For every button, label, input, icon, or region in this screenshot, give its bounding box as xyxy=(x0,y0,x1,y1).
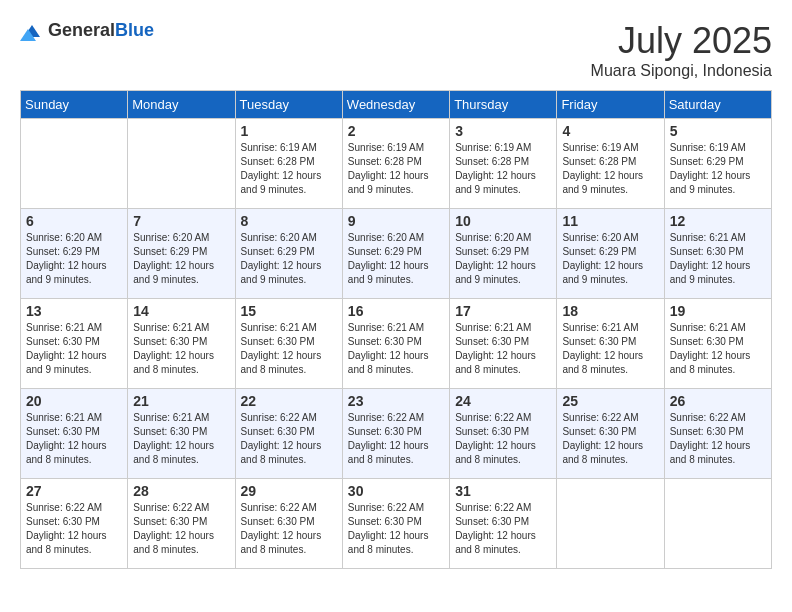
day-number: 4 xyxy=(562,123,658,139)
day-info: Sunrise: 6:21 AM Sunset: 6:30 PM Dayligh… xyxy=(241,321,337,377)
day-cell: 22Sunrise: 6:22 AM Sunset: 6:30 PM Dayli… xyxy=(235,389,342,479)
day-info: Sunrise: 6:19 AM Sunset: 6:28 PM Dayligh… xyxy=(241,141,337,197)
col-header-tuesday: Tuesday xyxy=(235,91,342,119)
day-cell: 6Sunrise: 6:20 AM Sunset: 6:29 PM Daylig… xyxy=(21,209,128,299)
day-info: Sunrise: 6:20 AM Sunset: 6:29 PM Dayligh… xyxy=(455,231,551,287)
day-number: 18 xyxy=(562,303,658,319)
day-number: 10 xyxy=(455,213,551,229)
col-header-monday: Monday xyxy=(128,91,235,119)
day-info: Sunrise: 6:22 AM Sunset: 6:30 PM Dayligh… xyxy=(133,501,229,557)
day-number: 16 xyxy=(348,303,444,319)
day-cell: 24Sunrise: 6:22 AM Sunset: 6:30 PM Dayli… xyxy=(450,389,557,479)
day-number: 29 xyxy=(241,483,337,499)
logo: GeneralBlue xyxy=(20,20,154,41)
day-number: 5 xyxy=(670,123,766,139)
day-number: 15 xyxy=(241,303,337,319)
day-cell: 19Sunrise: 6:21 AM Sunset: 6:30 PM Dayli… xyxy=(664,299,771,389)
day-info: Sunrise: 6:22 AM Sunset: 6:30 PM Dayligh… xyxy=(670,411,766,467)
calendar-table: SundayMondayTuesdayWednesdayThursdayFrid… xyxy=(20,90,772,569)
day-number: 8 xyxy=(241,213,337,229)
day-info: Sunrise: 6:20 AM Sunset: 6:29 PM Dayligh… xyxy=(241,231,337,287)
week-row-2: 6Sunrise: 6:20 AM Sunset: 6:29 PM Daylig… xyxy=(21,209,772,299)
day-cell: 16Sunrise: 6:21 AM Sunset: 6:30 PM Dayli… xyxy=(342,299,449,389)
page-header: GeneralBlue July 2025 Muara Sipongi, Ind… xyxy=(20,20,772,80)
day-cell: 1Sunrise: 6:19 AM Sunset: 6:28 PM Daylig… xyxy=(235,119,342,209)
day-info: Sunrise: 6:20 AM Sunset: 6:29 PM Dayligh… xyxy=(26,231,122,287)
day-cell: 30Sunrise: 6:22 AM Sunset: 6:30 PM Dayli… xyxy=(342,479,449,569)
day-number: 22 xyxy=(241,393,337,409)
day-number: 6 xyxy=(26,213,122,229)
day-cell: 13Sunrise: 6:21 AM Sunset: 6:30 PM Dayli… xyxy=(21,299,128,389)
day-info: Sunrise: 6:19 AM Sunset: 6:29 PM Dayligh… xyxy=(670,141,766,197)
logo-general: General xyxy=(48,20,115,40)
day-cell: 26Sunrise: 6:22 AM Sunset: 6:30 PM Dayli… xyxy=(664,389,771,479)
day-info: Sunrise: 6:22 AM Sunset: 6:30 PM Dayligh… xyxy=(26,501,122,557)
day-info: Sunrise: 6:21 AM Sunset: 6:30 PM Dayligh… xyxy=(670,231,766,287)
location: Muara Sipongi, Indonesia xyxy=(591,62,772,80)
day-number: 1 xyxy=(241,123,337,139)
day-number: 9 xyxy=(348,213,444,229)
day-cell: 31Sunrise: 6:22 AM Sunset: 6:30 PM Dayli… xyxy=(450,479,557,569)
day-cell: 17Sunrise: 6:21 AM Sunset: 6:30 PM Dayli… xyxy=(450,299,557,389)
day-number: 31 xyxy=(455,483,551,499)
day-info: Sunrise: 6:20 AM Sunset: 6:29 PM Dayligh… xyxy=(562,231,658,287)
day-info: Sunrise: 6:21 AM Sunset: 6:30 PM Dayligh… xyxy=(26,411,122,467)
day-info: Sunrise: 6:19 AM Sunset: 6:28 PM Dayligh… xyxy=(455,141,551,197)
day-number: 24 xyxy=(455,393,551,409)
day-info: Sunrise: 6:22 AM Sunset: 6:30 PM Dayligh… xyxy=(562,411,658,467)
week-row-5: 27Sunrise: 6:22 AM Sunset: 6:30 PM Dayli… xyxy=(21,479,772,569)
day-cell: 2Sunrise: 6:19 AM Sunset: 6:28 PM Daylig… xyxy=(342,119,449,209)
day-number: 26 xyxy=(670,393,766,409)
day-cell: 25Sunrise: 6:22 AM Sunset: 6:30 PM Dayli… xyxy=(557,389,664,479)
day-cell: 18Sunrise: 6:21 AM Sunset: 6:30 PM Dayli… xyxy=(557,299,664,389)
day-info: Sunrise: 6:19 AM Sunset: 6:28 PM Dayligh… xyxy=(562,141,658,197)
day-cell xyxy=(557,479,664,569)
day-info: Sunrise: 6:21 AM Sunset: 6:30 PM Dayligh… xyxy=(133,321,229,377)
day-cell: 23Sunrise: 6:22 AM Sunset: 6:30 PM Dayli… xyxy=(342,389,449,479)
day-number: 21 xyxy=(133,393,229,409)
day-info: Sunrise: 6:22 AM Sunset: 6:30 PM Dayligh… xyxy=(455,501,551,557)
day-number: 23 xyxy=(348,393,444,409)
day-cell xyxy=(664,479,771,569)
day-cell xyxy=(21,119,128,209)
day-cell: 8Sunrise: 6:20 AM Sunset: 6:29 PM Daylig… xyxy=(235,209,342,299)
day-cell: 5Sunrise: 6:19 AM Sunset: 6:29 PM Daylig… xyxy=(664,119,771,209)
header-row: SundayMondayTuesdayWednesdayThursdayFrid… xyxy=(21,91,772,119)
day-cell: 14Sunrise: 6:21 AM Sunset: 6:30 PM Dayli… xyxy=(128,299,235,389)
day-number: 11 xyxy=(562,213,658,229)
week-row-1: 1Sunrise: 6:19 AM Sunset: 6:28 PM Daylig… xyxy=(21,119,772,209)
day-info: Sunrise: 6:19 AM Sunset: 6:28 PM Dayligh… xyxy=(348,141,444,197)
day-info: Sunrise: 6:21 AM Sunset: 6:30 PM Dayligh… xyxy=(26,321,122,377)
day-cell: 3Sunrise: 6:19 AM Sunset: 6:28 PM Daylig… xyxy=(450,119,557,209)
day-info: Sunrise: 6:22 AM Sunset: 6:30 PM Dayligh… xyxy=(241,501,337,557)
col-header-friday: Friday xyxy=(557,91,664,119)
logo-icon xyxy=(20,21,44,41)
col-header-saturday: Saturday xyxy=(664,91,771,119)
day-number: 17 xyxy=(455,303,551,319)
day-number: 25 xyxy=(562,393,658,409)
day-cell: 29Sunrise: 6:22 AM Sunset: 6:30 PM Dayli… xyxy=(235,479,342,569)
day-number: 2 xyxy=(348,123,444,139)
col-header-sunday: Sunday xyxy=(21,91,128,119)
title-block: July 2025 Muara Sipongi, Indonesia xyxy=(591,20,772,80)
day-cell: 11Sunrise: 6:20 AM Sunset: 6:29 PM Dayli… xyxy=(557,209,664,299)
day-number: 14 xyxy=(133,303,229,319)
day-number: 28 xyxy=(133,483,229,499)
day-number: 30 xyxy=(348,483,444,499)
day-number: 13 xyxy=(26,303,122,319)
logo-blue: Blue xyxy=(115,20,154,40)
day-number: 20 xyxy=(26,393,122,409)
day-cell: 9Sunrise: 6:20 AM Sunset: 6:29 PM Daylig… xyxy=(342,209,449,299)
day-info: Sunrise: 6:22 AM Sunset: 6:30 PM Dayligh… xyxy=(348,411,444,467)
day-info: Sunrise: 6:21 AM Sunset: 6:30 PM Dayligh… xyxy=(562,321,658,377)
day-cell: 7Sunrise: 6:20 AM Sunset: 6:29 PM Daylig… xyxy=(128,209,235,299)
day-cell: 21Sunrise: 6:21 AM Sunset: 6:30 PM Dayli… xyxy=(128,389,235,479)
col-header-wednesday: Wednesday xyxy=(342,91,449,119)
month-year: July 2025 xyxy=(591,20,772,62)
day-cell: 28Sunrise: 6:22 AM Sunset: 6:30 PM Dayli… xyxy=(128,479,235,569)
day-info: Sunrise: 6:22 AM Sunset: 6:30 PM Dayligh… xyxy=(241,411,337,467)
day-info: Sunrise: 6:22 AM Sunset: 6:30 PM Dayligh… xyxy=(348,501,444,557)
day-info: Sunrise: 6:20 AM Sunset: 6:29 PM Dayligh… xyxy=(133,231,229,287)
day-number: 12 xyxy=(670,213,766,229)
day-info: Sunrise: 6:21 AM Sunset: 6:30 PM Dayligh… xyxy=(455,321,551,377)
